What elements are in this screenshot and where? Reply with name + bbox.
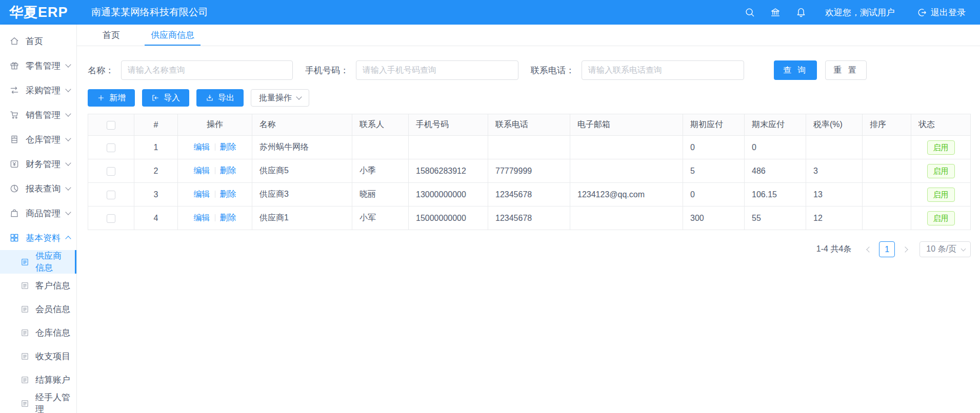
table-row: 2 编辑删除 供应商5 小季 15806283912 77779999 5 48… bbox=[88, 159, 971, 183]
tab[interactable]: 供应商信息 bbox=[149, 25, 196, 46]
edit-link[interactable]: 编辑 bbox=[194, 166, 210, 175]
delete-link[interactable]: 删除 bbox=[220, 142, 236, 151]
chevron-icon bbox=[65, 160, 71, 166]
sidebar-item-grid[interactable]: 基本资料 bbox=[0, 225, 76, 250]
sidebar-subitem[interactable]: 收支项目 bbox=[0, 344, 76, 368]
column-header: 联系电话 bbox=[488, 114, 570, 136]
company-name: 南通某某网络科技有限公司 bbox=[91, 6, 208, 19]
sidebar-subitem[interactable]: 客户信息 bbox=[0, 274, 76, 297]
search-button[interactable]: 查 询 bbox=[774, 60, 817, 80]
column-header: 状态 bbox=[911, 114, 971, 136]
filter-group: 联系电话： bbox=[531, 60, 744, 80]
sidebar-item-archive[interactable]: 仓库管理 bbox=[0, 127, 76, 152]
filter-input[interactable] bbox=[121, 60, 293, 80]
sidebar-subitem[interactable]: 会员信息 bbox=[0, 297, 76, 321]
chevron-icon bbox=[65, 209, 71, 215]
column-header: 电子邮箱 bbox=[570, 114, 683, 136]
column-header: 税率(%) bbox=[806, 114, 863, 136]
sidebar-subitem[interactable]: 供应商信息 bbox=[0, 250, 76, 274]
app-logo: 华夏ERP bbox=[9, 3, 77, 22]
export-icon bbox=[206, 94, 214, 102]
export-button[interactable]: 导出 bbox=[196, 89, 244, 107]
chevron-icon bbox=[65, 184, 71, 190]
reset-button[interactable]: 重 置 bbox=[825, 60, 866, 80]
table-row: 3 编辑删除 供应商3 晓丽 13000000000 12345678 1234… bbox=[88, 183, 971, 206]
bank-icon[interactable] bbox=[770, 7, 781, 18]
sidebar-menu: 首页 零售管理 采购管理 销售管理 仓库管理 财务管理 报表查询 商品管理 基本… bbox=[0, 25, 77, 413]
status-badge: 启用 bbox=[927, 188, 955, 202]
page-button-1[interactable]: 1 bbox=[879, 241, 895, 257]
chevron-down-icon bbox=[961, 246, 966, 251]
main-area: 首页 供应商信息 名称： 手机号码： 联系电话： 查 询 重 置 bbox=[77, 25, 980, 413]
row-checkbox[interactable] bbox=[107, 143, 115, 152]
home-icon bbox=[9, 36, 19, 46]
column-header: 联系人 bbox=[352, 114, 409, 136]
money-icon bbox=[9, 159, 19, 169]
edit-link[interactable]: 编辑 bbox=[194, 190, 210, 198]
filter-label: 联系电话： bbox=[531, 65, 574, 76]
sidebar-item-pie[interactable]: 报表查询 bbox=[0, 176, 76, 201]
tab[interactable]: 首页 bbox=[101, 25, 122, 46]
header-actions: 欢迎您，测试用户 退出登录 bbox=[744, 7, 966, 18]
filter-input[interactable] bbox=[582, 60, 744, 80]
column-header: 期末应付 bbox=[745, 114, 806, 136]
column-header: 手机号码 bbox=[409, 114, 488, 136]
bell-icon[interactable] bbox=[795, 7, 807, 18]
column-header: 操作 bbox=[178, 114, 252, 136]
archive-icon bbox=[9, 134, 19, 144]
import-icon bbox=[151, 94, 159, 102]
row-checkbox[interactable] bbox=[107, 191, 115, 199]
grid-icon bbox=[9, 233, 19, 243]
sidebar-subitem[interactable]: 仓库信息 bbox=[0, 321, 76, 344]
tab-bar: 首页 供应商信息 bbox=[77, 25, 980, 46]
edit-link[interactable]: 编辑 bbox=[194, 142, 210, 151]
column-header: 排序 bbox=[863, 114, 911, 136]
plus-icon bbox=[97, 94, 105, 102]
sidebar-item-cart[interactable]: 销售管理 bbox=[0, 102, 76, 127]
chevron-right-icon bbox=[902, 246, 908, 252]
next-page-button[interactable] bbox=[898, 242, 913, 257]
batch-actions-dropdown[interactable]: 批量操作 bbox=[251, 89, 309, 107]
cart-icon bbox=[9, 110, 19, 120]
row-checkbox[interactable] bbox=[107, 167, 115, 176]
add-button[interactable]: 新增 bbox=[88, 89, 135, 107]
logout-icon bbox=[917, 8, 927, 17]
delete-link[interactable]: 删除 bbox=[220, 166, 236, 175]
content-panel: 名称： 手机号码： 联系电话： 查 询 重 置 新增 导入 bbox=[77, 46, 980, 413]
filter-label: 手机号码： bbox=[305, 65, 349, 76]
delete-link[interactable]: 删除 bbox=[220, 213, 236, 222]
sidebar-item-swap[interactable]: 采购管理 bbox=[0, 78, 76, 102]
document-icon bbox=[21, 352, 29, 361]
sidebar-subitem[interactable]: 经手人管理 bbox=[0, 391, 76, 413]
bag-icon bbox=[9, 208, 19, 218]
document-icon bbox=[21, 328, 29, 337]
chevron-icon bbox=[65, 61, 71, 67]
delete-link[interactable]: 删除 bbox=[220, 190, 236, 198]
filter-input[interactable] bbox=[356, 60, 518, 80]
sidebar-item-home[interactable]: 首页 bbox=[0, 29, 76, 53]
import-button[interactable]: 导入 bbox=[142, 89, 189, 107]
chevron-icon bbox=[65, 111, 71, 116]
gift-icon bbox=[9, 60, 19, 71]
table-row: 1 编辑删除 苏州蜗牛网络 0 0 启用 bbox=[88, 136, 971, 159]
select-all-checkbox[interactable] bbox=[107, 121, 115, 130]
sidebar-subitem[interactable]: 结算账户 bbox=[0, 368, 76, 391]
top-header: 华夏ERP 南通某某网络科技有限公司 欢迎您，测试用户 退出登录 bbox=[0, 0, 980, 25]
welcome-text: 欢迎您，测试用户 bbox=[825, 7, 895, 18]
table-header-row: #操作名称联系人手机号码联系电话电子邮箱期初应付期末应付税率(%)排序状态 bbox=[88, 114, 971, 136]
sidebar-item-gift[interactable]: 零售管理 bbox=[0, 53, 76, 78]
sidebar-item-money[interactable]: 财务管理 bbox=[0, 152, 76, 176]
document-icon bbox=[21, 258, 29, 266]
sidebar-item-bag[interactable]: 商品管理 bbox=[0, 201, 76, 225]
chevron-left-icon bbox=[866, 246, 872, 252]
logout-button[interactable]: 退出登录 bbox=[917, 7, 966, 18]
prev-page-button[interactable] bbox=[861, 242, 876, 257]
search-icon[interactable] bbox=[744, 7, 755, 18]
column-header: 名称 bbox=[252, 114, 352, 136]
pagination: 1-4 共4条 1 10 条/页 bbox=[88, 241, 971, 257]
document-icon bbox=[21, 281, 29, 290]
page-size-select[interactable]: 10 条/页 bbox=[919, 241, 971, 257]
row-checkbox[interactable] bbox=[107, 214, 115, 223]
filter-group: 手机号码： bbox=[305, 60, 518, 80]
edit-link[interactable]: 编辑 bbox=[194, 213, 210, 222]
